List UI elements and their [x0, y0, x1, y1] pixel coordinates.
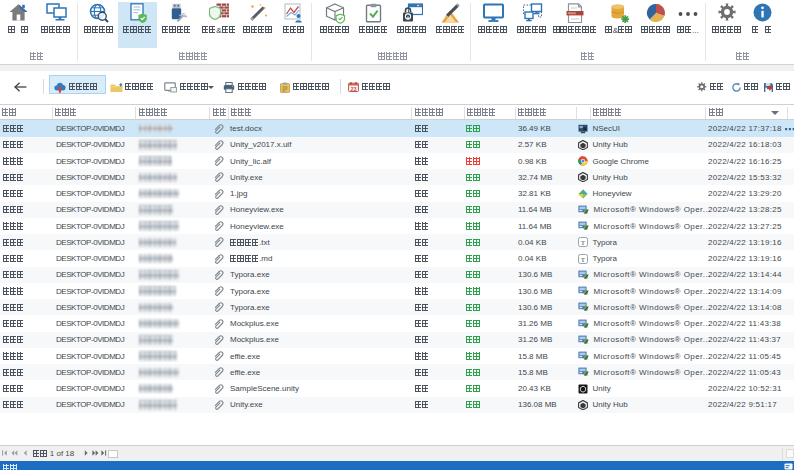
- svg-text:23: 23: [350, 86, 356, 92]
- svg-text:T: T: [581, 239, 586, 247]
- svg-text:T: T: [581, 255, 586, 263]
